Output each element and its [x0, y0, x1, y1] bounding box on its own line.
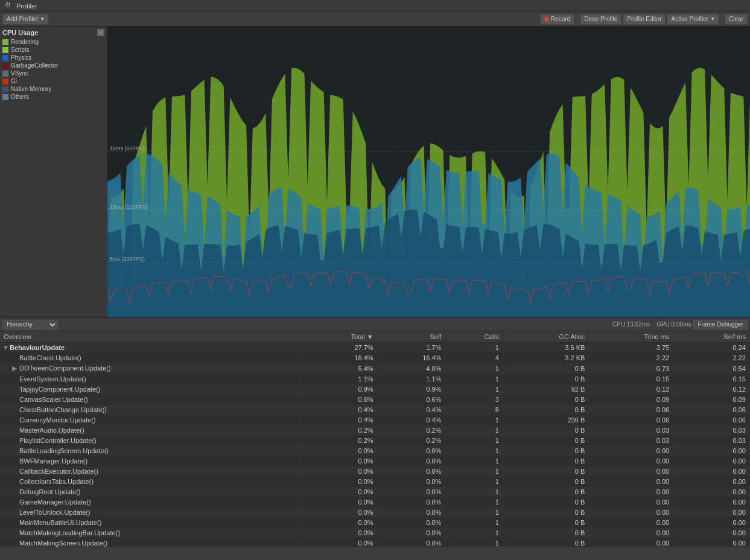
cell-gc: 0 B: [503, 477, 588, 487]
cell-name: EventSystem.Update(): [0, 374, 300, 384]
cell-selfms: 0.00: [673, 508, 750, 518]
table-row[interactable]: EventSystem.Update() 1.1% 1.1% 1 0 B 0.1…: [0, 374, 750, 384]
col-calls[interactable]: Calls: [445, 331, 503, 343]
table-row[interactable]: PlaylistController.Update() 0.2% 0.2% 1 …: [0, 436, 750, 446]
bottom-toolbar: Hierarchy Timeline Raw Hierarchy CPU:13.…: [0, 318, 750, 331]
cell-selfms: 0.54: [673, 363, 750, 374]
table-row[interactable]: BWFManager.Update() 0.0% 0.0% 1 0 B 0.00…: [0, 456, 750, 466]
cell-name: BattleLoadingScreen.Update(): [0, 446, 300, 456]
cell-total: 0.0%: [300, 508, 377, 518]
legend-item: Native Memory: [2, 86, 104, 92]
svg-text:16ms (60FPS): 16ms (60FPS): [110, 145, 145, 151]
table-row[interactable]: CurrencyMonitor.Update() 0.4% 0.4% 1 236…: [0, 415, 750, 425]
table-row[interactable]: DebugRoot.Update() 0.0% 0.0% 1 0 B 0.00 …: [0, 487, 750, 497]
table: Overview Total ▼ Self Calls GC Alloc Tim…: [0, 331, 750, 547]
legend-title-bar: CPU Usage ✕: [2, 29, 104, 36]
cell-gc: 0 B: [503, 466, 588, 477]
profile-editor-button[interactable]: Profile Editor: [623, 14, 666, 25]
col-selfms[interactable]: Self ms: [673, 331, 750, 343]
cell-calls: 1: [445, 343, 503, 353]
cell-time: 0.03: [589, 425, 673, 436]
cell-time: 0.06: [589, 405, 673, 415]
table-row[interactable]: MatchMakingScreen.Update() 0.0% 0.0% 1 0…: [0, 538, 750, 547]
col-total[interactable]: Total ▼: [300, 331, 377, 343]
cell-self: 1.7%: [377, 343, 445, 353]
table-row[interactable]: CallbackExecutor.Update() 0.0% 0.0% 1 0 …: [0, 466, 750, 477]
col-self[interactable]: Self: [377, 331, 445, 343]
cell-total: 0.0%: [300, 456, 377, 466]
cell-selfms: 0.00: [673, 497, 750, 508]
cell-total: 0.4%: [300, 405, 377, 415]
table-row[interactable]: ChestButtonChange.Update() 0.4% 0.4% 8 0…: [0, 405, 750, 415]
cell-time: 0.00: [589, 456, 673, 466]
cell-time: 0.03: [589, 436, 673, 446]
cell-calls: 1: [445, 456, 503, 466]
cell-time: 2.22: [589, 353, 673, 363]
col-gc[interactable]: GC Alloc: [503, 331, 588, 343]
cell-name: TapjoyComponent.Update(): [0, 384, 300, 395]
add-profiler-button[interactable]: Add Profiler ▼: [2, 14, 49, 25]
table-row[interactable]: ▼BehaviourUpdate 27.7% 1.7% 1 3.6 KB 3.7…: [0, 343, 750, 353]
frame-debugger-button[interactable]: Frame Debugger: [693, 320, 748, 329]
cell-self: 0.0%: [377, 477, 445, 487]
cell-self: 0.6%: [377, 395, 445, 405]
cell-gc: 92 B: [503, 384, 588, 395]
cell-selfms: 0.00: [673, 456, 750, 466]
legend-panel: CPU Usage ✕ RenderingScriptsPhysicsGarba…: [0, 27, 107, 317]
table-row[interactable]: CollectionsTabs.Update() 0.0% 0.0% 1 0 B…: [0, 477, 750, 487]
table-row[interactable]: ▶DOTweenComponent.Update() 5.4% 4.0% 1 0…: [0, 363, 750, 374]
cell-name: PlaylistController.Update(): [0, 436, 300, 446]
active-profiler-button[interactable]: Active Profiler ▼: [667, 14, 719, 25]
cell-name: DebugRoot.Update(): [0, 487, 300, 497]
cell-gc: 0 B: [503, 508, 588, 518]
table-row[interactable]: MasterAudio.Update() 0.2% 0.2% 1 0 B 0.0…: [0, 425, 750, 436]
table-row[interactable]: LevelToUnlock.Update() 0.0% 0.0% 1 0 B 0…: [0, 508, 750, 518]
toolbar: Add Profiler ▼ Record Deep Profile Profi…: [0, 12, 750, 27]
col-timems[interactable]: Time ms: [589, 331, 673, 343]
cell-time: 0.00: [589, 508, 673, 518]
cell-calls: 1: [445, 497, 503, 508]
cell-time: 3.75: [589, 343, 673, 353]
cell-self: 4.0%: [377, 363, 445, 374]
cell-self: 0.4%: [377, 415, 445, 425]
cell-self: 0.0%: [377, 466, 445, 477]
close-legend-button[interactable]: ✕: [97, 29, 104, 36]
deep-profile-label: Deep Profile: [584, 16, 617, 22]
cell-calls: 4: [445, 353, 503, 363]
tree-arrow-icon[interactable]: ▶: [12, 364, 18, 372]
table-row[interactable]: BattleChest.Update() 16.4% 16.4% 4 3.2 K…: [0, 353, 750, 363]
cell-gc: 0 B: [503, 528, 588, 538]
cell-calls: 1: [445, 436, 503, 446]
table-row[interactable]: CanvasScaler.Update() 0.6% 0.6% 3 0 B 0.…: [0, 395, 750, 405]
legend-item-label: GarbageCollector: [11, 62, 58, 69]
table-row[interactable]: MainMenuBattleUI.Update() 0.0% 0.0% 1 0 …: [0, 518, 750, 528]
cell-selfms: 0.00: [673, 466, 750, 477]
view-mode-select[interactable]: Hierarchy Timeline Raw Hierarchy: [2, 320, 58, 329]
profiler-data-table[interactable]: Overview Total ▼ Self Calls GC Alloc Tim…: [0, 331, 750, 547]
cpu-chart-area[interactable]: 16ms (60FPS) 10ms (100FPS) 5ms (200FPS): [107, 27, 750, 317]
legend-item-label: Scripts: [11, 46, 30, 53]
legend-color-swatch: [2, 71, 8, 77]
cell-name: CanvasScaler.Update(): [0, 395, 300, 405]
cell-name: GameManager.Update(): [0, 497, 300, 508]
cell-gc: 0 B: [503, 395, 588, 405]
cell-calls: 1: [445, 528, 503, 538]
table-row[interactable]: TapjoyComponent.Update() 0.9% 0.9% 1 92 …: [0, 384, 750, 395]
table-row[interactable]: GameManager.Update() 0.0% 0.0% 1 0 B 0.0…: [0, 497, 750, 508]
cell-name: BWFManager.Update(): [0, 456, 300, 466]
cell-selfms: 0.09: [673, 395, 750, 405]
table-row[interactable]: MatchMakingLoadingBar.Update() 0.0% 0.0%…: [0, 528, 750, 538]
clear-button[interactable]: Clear: [725, 14, 748, 25]
deep-profile-button[interactable]: Deep Profile: [580, 14, 621, 25]
table-row[interactable]: BattleLoadingScreen.Update() 0.0% 0.0% 1…: [0, 446, 750, 456]
toolbar-separator2: [722, 14, 722, 24]
cell-time: 0.09: [589, 395, 673, 405]
cell-self: 0.0%: [377, 528, 445, 538]
cell-name: MatchMakingScreen.Update(): [0, 538, 300, 547]
cell-total: 27.7%: [300, 343, 377, 353]
cell-self: 0.0%: [377, 456, 445, 466]
profiler-chart-svg: 16ms (60FPS) 10ms (100FPS) 5ms (200FPS): [107, 27, 750, 317]
record-button[interactable]: Record: [540, 14, 574, 25]
cell-total: 0.0%: [300, 487, 377, 497]
tree-arrow-icon[interactable]: ▼: [2, 344, 8, 351]
